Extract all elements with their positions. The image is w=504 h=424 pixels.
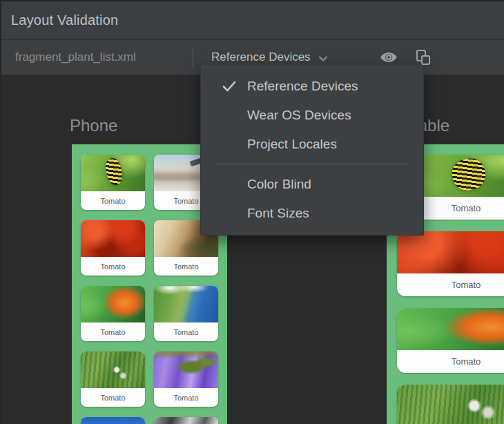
page-title: Layout Validation <box>11 1 118 39</box>
farm-photo <box>397 385 504 424</box>
plant-card: Tomato <box>154 417 218 424</box>
plant-card-label: Tomato <box>81 257 145 276</box>
plant-card-label: Tomato <box>154 322 218 341</box>
plant-card: Tomato <box>154 351 218 407</box>
menu-item-font-sizes[interactable]: Font Sizes <box>201 199 423 228</box>
red-maple-photo <box>81 220 145 257</box>
sky-photo <box>81 417 145 424</box>
storm-photo <box>154 417 218 424</box>
menu-item-label: Font Sizes <box>247 206 309 221</box>
plant-card-label: Tomato <box>81 191 145 210</box>
menu-item-reference-devices[interactable]: Reference Devices <box>201 72 423 101</box>
orange-maple-photo <box>397 308 504 350</box>
menu-item-label: Color Blind <box>247 177 311 192</box>
plant-card-label: Tomato <box>81 388 145 407</box>
coast-photo <box>154 286 218 322</box>
toolbar-separator <box>193 48 193 67</box>
mode-dropdown-menu: Reference DevicesWear OS DevicesProject … <box>200 66 424 235</box>
mode-selector-label: Reference Devices <box>211 50 311 64</box>
plant-card-label: Tomato <box>397 350 504 373</box>
caterpillar-photo <box>81 155 145 191</box>
plant-card: Tomato <box>397 308 504 373</box>
plant-card: Tomato <box>81 155 145 210</box>
tool-window-header: Layout Validation <box>1 1 504 40</box>
plant-card: Tomato <box>81 286 145 341</box>
chevron-down-icon <box>318 54 329 64</box>
copy-devices-icon <box>414 48 433 67</box>
menu-item-color-blind[interactable]: Color Blind <box>201 170 423 199</box>
eye-icon <box>379 50 398 65</box>
menu-item-label: Project Locales <box>247 137 337 152</box>
plant-card: Tomato <box>397 231 504 296</box>
red-maple-photo <box>397 231 504 273</box>
plant-card-label: Tomato <box>81 322 145 341</box>
tab-fragment-plant-list[interactable]: fragment_plant_list.xml <box>15 40 136 75</box>
plant-card-label: Tomato <box>397 273 504 296</box>
orange-maple-photo <box>81 286 145 322</box>
menu-section-modes: Color BlindFont Sizes <box>201 170 423 228</box>
menu-item-label: Reference Devices <box>247 79 358 94</box>
plant-card: Tomato <box>81 220 145 276</box>
plant-card-label: Tomato <box>154 388 218 407</box>
plant-card: Tomato <box>81 351 145 407</box>
plant-card: Tomato <box>154 286 218 341</box>
plant-card: Tomato <box>81 417 145 424</box>
plant-card: Tomato <box>397 385 504 424</box>
menu-item-project-locales[interactable]: Project Locales <box>201 130 423 159</box>
checkmark-icon <box>222 80 237 93</box>
preview-label-phone: Phone <box>70 116 117 135</box>
menu-item-label: Wear OS Devices <box>247 108 351 123</box>
layout-validation-window: Layout Validation fragment_plant_list.xm… <box>0 0 504 424</box>
purple-river-photo <box>154 351 218 388</box>
plant-card-label: Tomato <box>154 257 218 276</box>
menu-item-wear-os-devices[interactable]: Wear OS Devices <box>201 101 423 130</box>
menu-separator <box>216 164 408 164</box>
menu-section-devices: Reference DevicesWear OS DevicesProject … <box>201 72 423 159</box>
farm-photo <box>81 351 145 388</box>
